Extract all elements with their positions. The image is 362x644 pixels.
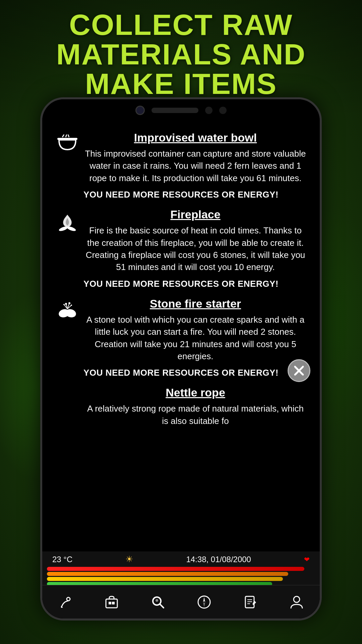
- nav-character[interactable]: [280, 595, 313, 609]
- camera-icon: [135, 106, 145, 115]
- water-bowl-desc: This improvised container can capture an…: [84, 148, 306, 184]
- page-header: COLLECT RAW MATERIALS AND MAKE ITEMS: [0, 10, 362, 99]
- svg-point-32: [294, 596, 300, 602]
- svg-point-12: [65, 303, 67, 305]
- nettle-rope-title: Nettle rope: [84, 386, 306, 399]
- svg-point-13: [68, 302, 70, 304]
- sun-icon: ☀: [125, 554, 133, 565]
- nav-compass[interactable]: [187, 595, 221, 609]
- character-icon: [290, 595, 304, 609]
- fireplace-warning: YOU NEED MORE RESOURCES OR ENERGY!: [56, 279, 306, 289]
- fireplace-text: Fireplace Fire is the basic source of he…: [84, 208, 306, 273]
- svg-point-18: [67, 597, 70, 601]
- bar-health: [47, 567, 304, 571]
- svg-rect-21: [112, 602, 115, 604]
- item-water-bowl: Improvised water bowl This improvised co…: [56, 131, 306, 200]
- svg-marker-27: [203, 602, 205, 607]
- search-icon: [151, 595, 165, 609]
- sensor-2: [219, 107, 227, 114]
- water-bowl-text: Improvised water bowl This improvised co…: [84, 131, 306, 184]
- nettle-rope-text: Nettle rope A relatively strong rope mad…: [84, 386, 306, 427]
- svg-point-15: [63, 304, 65, 305]
- status-bar: 23 °C ☀ 14:38, 01/08/2000 ❤: [42, 551, 320, 585]
- svg-point-14: [71, 305, 72, 306]
- notes-icon: [243, 595, 257, 609]
- nav-fishing[interactable]: [49, 595, 82, 609]
- water-bowl-warning: YOU NEED MORE RESOURCES OR ENERGY!: [56, 190, 306, 200]
- sensor: [205, 107, 213, 114]
- svg-rect-20: [109, 602, 111, 604]
- status-row: 23 °C ☀ 14:38, 01/08/2000 ❤: [42, 551, 320, 566]
- svg-point-24: [156, 599, 158, 602]
- bar-thirst: [47, 577, 283, 581]
- item-nettle-rope: Nettle rope A relatively strong rope mad…: [56, 386, 306, 427]
- item-fireplace: Fireplace Fire is the basic source of he…: [56, 208, 306, 289]
- svg-line-2: [66, 135, 67, 137]
- fishing-icon: [58, 595, 72, 609]
- item-fire-starter: Stone fire starter A stone tool with whi…: [56, 297, 306, 378]
- close-button[interactable]: [288, 359, 310, 382]
- time-display: 14:38, 01/08/2000: [186, 555, 251, 564]
- water-bowl-title: Improvised water bowl: [84, 131, 306, 144]
- page-title: COLLECT RAW MATERIALS AND MAKE ITEMS: [20, 10, 342, 99]
- fire-starter-text: Stone fire starter A stone tool with whi…: [84, 297, 306, 363]
- phone-top-bar: [42, 99, 320, 121]
- svg-line-16: [295, 367, 303, 375]
- phone-screen: Improvised water bowl This improvised co…: [42, 121, 320, 619]
- health-icon: ❤: [304, 555, 310, 564]
- fireplace-desc: Fire is the basic source of heat in cold…: [84, 224, 306, 273]
- flint-icon: [56, 301, 79, 321]
- fire-starter-title: Stone fire starter: [84, 297, 306, 310]
- bar-hunger: [47, 572, 288, 576]
- svg-line-3: [68, 135, 69, 137]
- speaker: [152, 108, 198, 113]
- close-icon: [293, 365, 305, 377]
- nav-notes[interactable]: [234, 595, 267, 609]
- fire-starter-desc: A stone tool with which you can create s…: [84, 314, 306, 363]
- phone-frame: Improvised water bowl This improvised co…: [40, 97, 322, 621]
- bowl-icon: [56, 135, 79, 151]
- svg-marker-26: [203, 597, 205, 602]
- temperature-display: 23 °C: [52, 555, 72, 564]
- inventory-icon: [105, 595, 119, 609]
- svg-line-23: [160, 604, 164, 608]
- svg-rect-19: [106, 599, 117, 608]
- svg-line-17: [295, 367, 303, 375]
- nav-search[interactable]: [141, 595, 175, 609]
- svg-line-1: [62, 135, 64, 137]
- fireplace-title: Fireplace: [84, 208, 306, 221]
- fire-starter-warning: YOU NEED MORE RESOURCES OR ENERGY!: [56, 368, 306, 378]
- scroll-content: Improvised water bowl This improvised co…: [42, 121, 320, 551]
- nav-bar: [42, 585, 320, 619]
- fire-icon: [56, 211, 79, 231]
- compass-icon: [197, 595, 211, 609]
- nav-inventory[interactable]: [95, 595, 128, 609]
- nettle-rope-desc: A relatively strong rope made of natural…: [84, 402, 306, 427]
